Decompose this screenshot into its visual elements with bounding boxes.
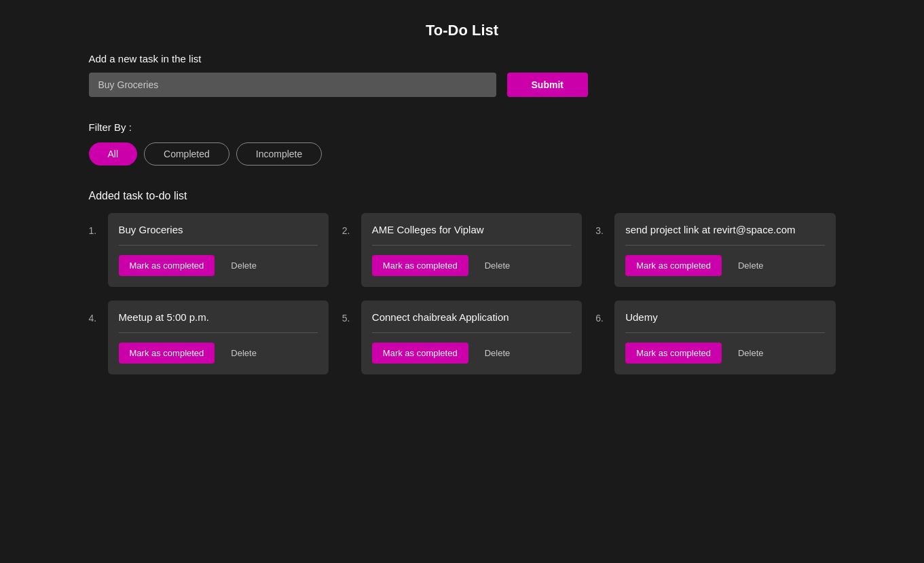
mark-completed-button-6[interactable]: Mark as completed xyxy=(625,343,722,364)
task-title-1: Buy Groceries xyxy=(119,224,318,246)
task-number-2: 2. xyxy=(342,213,356,236)
delete-button-3[interactable]: Delete xyxy=(738,260,764,271)
filter-row: All Completed Incomplete xyxy=(89,142,836,166)
delete-button-2[interactable]: Delete xyxy=(485,260,511,271)
mark-completed-button-2[interactable]: Mark as completed xyxy=(372,255,468,276)
task-title-4: Meetup at 5:00 p.m. xyxy=(119,311,318,333)
page-title: To-Do List xyxy=(0,0,924,53)
task-number-5: 5. xyxy=(342,300,356,324)
delete-button-1[interactable]: Delete xyxy=(231,260,257,271)
mark-completed-button-5[interactable]: Mark as completed xyxy=(372,343,468,364)
task-row-2: 2. AME Colleges for Viplaw Mark as compl… xyxy=(342,213,582,287)
task-actions-1: Mark as completed Delete xyxy=(119,255,318,276)
task-row-5: 5. Connect chaibreak Application Mark as… xyxy=(342,300,582,374)
task-title-3: send project link at revirt@space.com xyxy=(625,224,824,246)
task-number-3: 3. xyxy=(595,213,609,236)
task-card-3: send project link at revirt@space.com Ma… xyxy=(614,213,835,287)
filter-label: Filter By : xyxy=(89,121,836,133)
tasks-grid-row2: 4. Meetup at 5:00 p.m. Mark as completed… xyxy=(89,300,836,374)
delete-button-5[interactable]: Delete xyxy=(485,348,511,358)
filter-all-button[interactable]: All xyxy=(89,142,138,166)
task-title-2: AME Colleges for Viplaw xyxy=(372,224,571,246)
filter-completed-button[interactable]: Completed xyxy=(144,142,229,166)
tasks-section-title: Added task to-do list xyxy=(89,190,836,202)
task-number-4: 4. xyxy=(89,300,103,324)
task-actions-3: Mark as completed Delete xyxy=(625,255,824,276)
task-title-5: Connect chaibreak Application xyxy=(372,311,571,333)
task-card-2: AME Colleges for Viplaw Mark as complete… xyxy=(361,213,582,287)
task-card-4: Meetup at 5:00 p.m. Mark as completed De… xyxy=(108,300,329,374)
mark-completed-button-3[interactable]: Mark as completed xyxy=(625,255,722,276)
task-card-5: Connect chaibreak Application Mark as co… xyxy=(361,300,582,374)
task-actions-6: Mark as completed Delete xyxy=(625,343,824,364)
delete-button-6[interactable]: Delete xyxy=(738,348,764,358)
task-input[interactable] xyxy=(89,73,496,97)
task-actions-5: Mark as completed Delete xyxy=(372,343,571,364)
task-actions-2: Mark as completed Delete xyxy=(372,255,571,276)
tasks-grid: 1. Buy Groceries Mark as completed Delet… xyxy=(89,213,836,287)
task-row-1: 1. Buy Groceries Mark as completed Delet… xyxy=(89,213,329,287)
task-row-4: 4. Meetup at 5:00 p.m. Mark as completed… xyxy=(89,300,329,374)
filter-incomplete-button[interactable]: Incomplete xyxy=(236,142,322,166)
delete-button-4[interactable]: Delete xyxy=(231,348,257,358)
task-actions-4: Mark as completed Delete xyxy=(119,343,318,364)
task-number-1: 1. xyxy=(89,213,103,236)
task-row-6: 6. Udemy Mark as completed Delete xyxy=(595,300,835,374)
task-title-6: Udemy xyxy=(625,311,824,333)
task-card-6: Udemy Mark as completed Delete xyxy=(614,300,835,374)
add-task-label: Add a new task in the list xyxy=(89,53,836,64)
mark-completed-button-1[interactable]: Mark as completed xyxy=(119,255,215,276)
task-number-6: 6. xyxy=(595,300,609,324)
task-row-3: 3. send project link at revirt@space.com… xyxy=(595,213,835,287)
submit-button[interactable]: Submit xyxy=(507,73,588,97)
task-card-1: Buy Groceries Mark as completed Delete xyxy=(108,213,329,287)
mark-completed-button-4[interactable]: Mark as completed xyxy=(119,343,215,364)
